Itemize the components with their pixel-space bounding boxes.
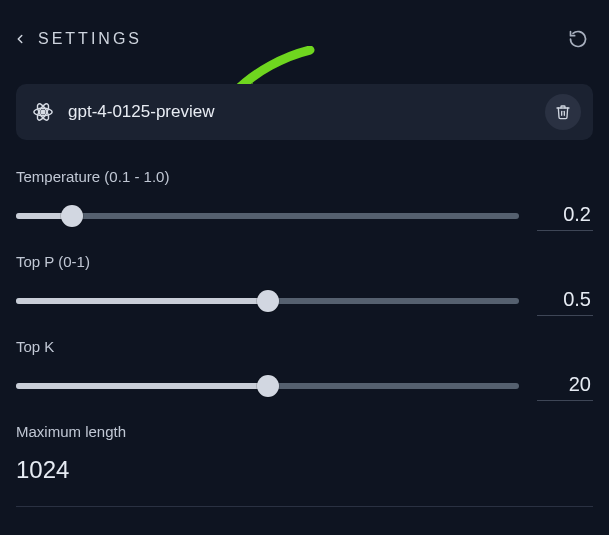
top-p-setting: Top P (0-1) 0.5 [16, 253, 593, 316]
top-k-label: Top K [16, 338, 593, 355]
back-button[interactable]: SETTINGS [10, 29, 142, 49]
svg-point-2 [41, 110, 45, 114]
max-length-value[interactable]: 1024 [16, 456, 593, 484]
top-k-value[interactable]: 20 [537, 371, 593, 401]
chevron-left-icon [10, 29, 30, 49]
model-name: gpt-4-0125-preview [68, 102, 531, 122]
top-k-slider[interactable] [16, 375, 519, 397]
top-p-label: Top P (0-1) [16, 253, 593, 270]
trash-icon [555, 104, 571, 120]
top-k-setting: Top K 20 [16, 338, 593, 401]
top-p-value[interactable]: 0.5 [537, 286, 593, 316]
top-p-slider[interactable] [16, 290, 519, 312]
temperature-label: Temperature (0.1 - 1.0) [16, 168, 593, 185]
page-title: SETTINGS [38, 30, 142, 48]
temperature-setting: Temperature (0.1 - 1.0) 0.2 [16, 168, 593, 231]
max-length-setting: Maximum length 1024 [16, 423, 593, 484]
temperature-slider[interactable] [16, 205, 519, 227]
refresh-icon [568, 29, 588, 49]
model-selector[interactable]: gpt-4-0125-preview [16, 84, 593, 140]
atom-icon [32, 101, 54, 123]
divider [16, 506, 593, 507]
temperature-value[interactable]: 0.2 [537, 201, 593, 231]
reset-button[interactable] [567, 28, 589, 50]
delete-model-button[interactable] [545, 94, 581, 130]
max-length-label: Maximum length [16, 423, 593, 440]
